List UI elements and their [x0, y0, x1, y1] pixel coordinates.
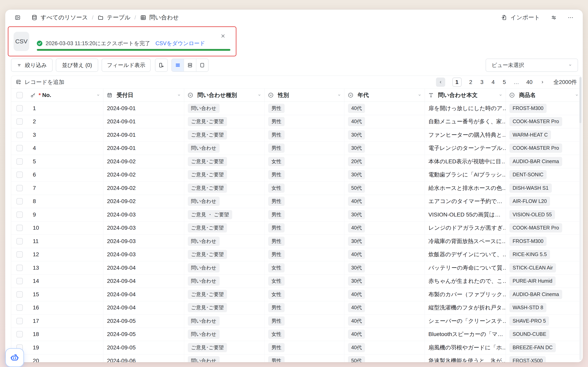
cell-product[interactable]: VISION-OLED 55 [506, 208, 582, 221]
cell-no[interactable]: 13 [27, 261, 103, 275]
cell-gender[interactable]: 男性 [264, 314, 344, 328]
table-row[interactable]: 122024-09-03ご意見･ご要望男性40代炊飯器のデザインについて、…RI… [11, 248, 581, 261]
cell-text[interactable]: バッテリーの寿命について質… [425, 261, 506, 275]
row-checkbox[interactable] [17, 211, 23, 218]
cell-product[interactable]: FROST-M300 [506, 235, 582, 248]
cell-product[interactable]: AUDIO-BAR Cinema [506, 288, 582, 301]
cell-type[interactable]: ご意見･ご要望 [184, 221, 264, 235]
cell-no[interactable]: 17 [27, 314, 103, 328]
cell-age[interactable]: 30代 [344, 142, 425, 155]
row-checkbox[interactable] [17, 105, 23, 112]
row-checkbox[interactable] [17, 185, 23, 191]
cell-no[interactable]: 12 [27, 248, 103, 261]
breadcrumb-item-1[interactable]: すべてのリソース [31, 14, 88, 22]
page-button-40[interactable]: 40 [526, 79, 533, 85]
table-row[interactable]: 82024-09-02問い合わせ男性40代エアコンのタイマー予約で…AIR-FL… [11, 195, 581, 208]
cell-date[interactable]: 2024-09-02 [103, 195, 184, 208]
cell-product[interactable]: STICK-CLEAN Air [506, 261, 582, 275]
cell-text[interactable]: レンジのドアガラスが黒すぎ… [425, 221, 506, 235]
cell-no[interactable]: 2 [27, 115, 103, 128]
cell-product[interactable]: WASH-STD 8 [506, 301, 582, 314]
table-row[interactable]: 132024-09-04問い合わせ女性30代バッテリーの寿命について質…STIC… [11, 261, 581, 275]
cell-age[interactable]: 20代 [344, 155, 425, 168]
cell-text[interactable]: 扉を開けっ放しにした時のア… [425, 102, 506, 115]
cell-age[interactable]: 30代 [344, 235, 425, 248]
table-row[interactable]: 192024-09-05ご意見･ご要望男性40代扇風機の羽根やガードに「ホ…BR… [11, 341, 581, 354]
cell-text[interactable]: エアコンのタイマー予約で… [425, 195, 506, 208]
settings-sliders-button[interactable] [551, 15, 557, 21]
cell-text[interactable]: 赤ちゃんが生まれたので、こ… [425, 275, 506, 288]
cell-type[interactable]: 問い合わせ [184, 275, 264, 288]
row-checkbox[interactable] [17, 172, 23, 178]
row-checkbox[interactable] [17, 304, 23, 311]
cell-product[interactable]: COOK-MASTER Pro [506, 142, 582, 155]
cell-age[interactable]: 40代 [344, 328, 425, 341]
cell-text[interactable]: 電動歯ブラシに「AIブラッシ… [425, 168, 506, 182]
cell-age[interactable]: 40代 [344, 102, 425, 115]
column-header-gender[interactable]: 性別 [264, 89, 344, 101]
cell-type[interactable]: ご意見･ご要望 [184, 248, 264, 261]
import-button[interactable]: インポート [501, 14, 540, 22]
cell-gender[interactable]: 男性 [264, 195, 344, 208]
cell-type[interactable]: 問い合わせ [184, 354, 264, 362]
cell-product[interactable]: PURE-AIR Humid [506, 275, 582, 288]
row-checkbox[interactable] [17, 291, 23, 298]
cell-no[interactable]: 19 [27, 341, 103, 354]
table-row[interactable]: 202024-09-06問い合わせ男性50代急速製氷機能を使うと、氷が…FROS… [11, 354, 581, 362]
cell-gender[interactable]: 男性 [264, 128, 344, 142]
row-checkbox[interactable] [17, 145, 23, 151]
cell-type[interactable]: ご意見･ご要望 [184, 128, 264, 142]
cell-date[interactable]: 2024-09-02 [103, 182, 184, 195]
cell-age[interactable]: 30代 [344, 261, 425, 275]
table-row[interactable]: 12024-09-01問い合わせ男性40代扉を開けっ放しにした時のア…FROST… [11, 102, 581, 115]
cell-age[interactable]: 40代 [344, 288, 425, 301]
cell-gender[interactable]: 男性 [264, 235, 344, 248]
row-checkbox[interactable] [17, 118, 23, 125]
cell-gender[interactable]: 男性 [264, 102, 344, 115]
cell-date[interactable]: 2024-09-02 [103, 155, 184, 168]
row-checkbox[interactable] [17, 331, 23, 337]
cell-text[interactable]: 縦型洗濯機のフタが折れ戸タ… [425, 301, 506, 314]
cell-product[interactable]: FROST-M300 [506, 102, 582, 115]
row-checkbox[interactable] [17, 198, 23, 204]
cell-age[interactable]: 50代 [344, 182, 425, 195]
cell-text[interactable]: 電子レンジのターンテーブル… [425, 142, 506, 155]
view-select-dropdown[interactable]: ビュー未選択 [486, 58, 578, 72]
cell-age[interactable]: 50代 [344, 354, 425, 362]
cell-no[interactable]: 6 [27, 168, 103, 182]
vertical-scrollbar[interactable] [579, 77, 581, 360]
table-row[interactable]: 22024-09-01ご意見･ご要望男性40代自動メニュー番号が多く、家…COO… [11, 115, 581, 129]
cell-age[interactable]: 40代 [344, 248, 425, 261]
cell-no[interactable]: 7 [27, 182, 103, 195]
cell-type[interactable]: 問い合わせ [184, 328, 264, 341]
cell-age[interactable]: 40代 [344, 341, 425, 354]
cell-date[interactable]: 2024-09-04 [103, 288, 184, 301]
cell-age[interactable]: 40代 [344, 314, 425, 328]
cell-product[interactable]: AIR-FLOW L20 [506, 195, 582, 208]
cell-date[interactable]: 2024-09-03 [103, 221, 184, 235]
cell-text[interactable]: Bluetoothスピーカーの「マ… [425, 328, 506, 341]
table-row[interactable]: 182024-09-05問い合わせ女性40代Bluetoothスピーカーの「マ…… [11, 328, 581, 341]
cell-date[interactable]: 2024-09-03 [103, 235, 184, 248]
cell-date[interactable]: 2024-09-04 [103, 275, 184, 288]
column-header-date[interactable]: 受付日 [103, 89, 184, 101]
cell-date[interactable]: 2024-09-03 [103, 248, 184, 261]
column-header-no[interactable]: * No. [27, 89, 103, 101]
cell-text[interactable]: ファンヒーターの購入特典と… [425, 128, 506, 142]
cell-product[interactable]: DISH-WASH S1 [506, 182, 582, 195]
cell-text[interactable]: 給水ホースと排水ホースの色… [425, 182, 506, 195]
cell-no[interactable]: 9 [27, 208, 103, 221]
cell-type[interactable]: ご意見･ご要望 [184, 301, 264, 314]
cell-gender[interactable]: 男性 [264, 354, 344, 362]
cell-age[interactable]: 30代 [344, 128, 425, 142]
column-header-text[interactable]: 問い合わせ本文 [425, 89, 506, 101]
cell-gender[interactable]: 男性 [264, 301, 344, 314]
page-button-5[interactable]: 5 [503, 79, 506, 85]
cell-product[interactable]: WARM-HEAT C [506, 128, 582, 142]
gallery-view-segment[interactable] [184, 59, 196, 71]
cell-no[interactable]: 10 [27, 221, 103, 235]
cell-product[interactable]: COOK-MASTER Pro [506, 221, 582, 235]
cell-type[interactable]: ご意見･ご要望 [184, 168, 264, 182]
cell-gender[interactable]: 男性 [264, 208, 344, 221]
cell-product[interactable]: SOUND-CUBE [506, 328, 582, 341]
